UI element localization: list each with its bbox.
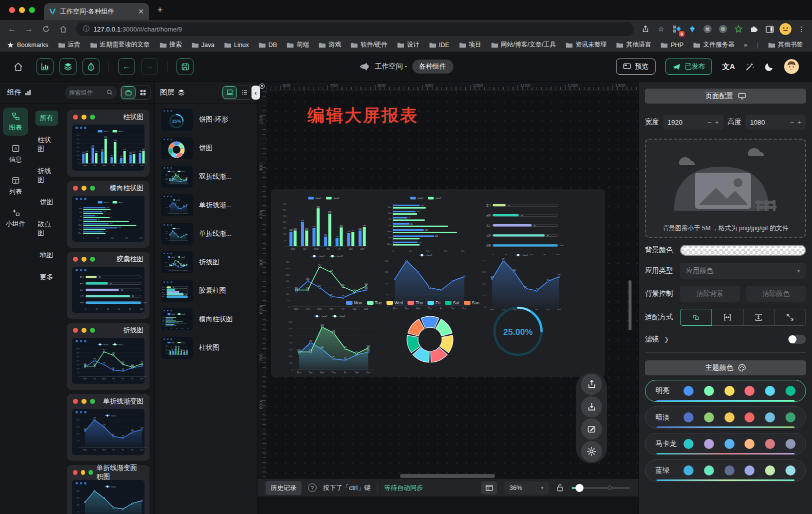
dashboard-chart-bar2[interactable]: data1data2050100150200250300350MonTueWed… [279,195,371,253]
theme-row-明亮[interactable]: 明亮 [645,380,806,402]
category-地图[interactable]: 地图 [36,248,58,263]
green-star-extension-icon[interactable] [733,24,744,34]
layer-item[interactable]: data1data2Sun130Sat110Fri70Thu80Wed150Tu… [161,308,251,330]
pie-legend-item[interactable]: Sun [464,300,480,305]
height-input[interactable] [750,119,772,126]
adapt-scale-button[interactable] [680,309,712,326]
minimize-window-button[interactable] [19,7,25,13]
dark-mode-moon-icon[interactable] [764,62,774,72]
theme-color-dot[interactable] [786,439,796,449]
page-config-header[interactable]: 页面配置 [645,89,806,104]
canvas-text-widget[interactable]: 编辑大屏报表 [308,104,418,127]
filter-toggle[interactable] [788,335,806,344]
theme-color-dot[interactable] [744,439,754,449]
charts-panel-toggle-button[interactable] [36,58,54,75]
theme-color-dot[interactable] [684,412,694,422]
collapse-panel-button[interactable]: ‹ [252,86,260,100]
dashboard-chart-area2[interactable]: data1data2050100150200250300350MonTueWed… [285,313,377,376]
dashboard-chart-donut[interactable] [406,315,454,363]
bookmarks-root[interactable]: Bookmarks [7,42,48,49]
undo-button[interactable]: ← [118,58,135,75]
layer-item[interactable]: data1data2050100150200250300350MonTueWed… [161,337,251,359]
bookmark-folder[interactable]: Java [192,41,214,49]
app-type-select[interactable]: 应用颜色 ▾ [680,263,806,279]
theme-color-dot[interactable] [744,465,754,475]
details-panel-toggle-button[interactable] [82,58,100,75]
other-bookmarks[interactable]: 其他书签 [768,41,803,49]
history-button[interactable]: 历史记录 [266,481,302,495]
theme-color-dot[interactable] [765,386,775,396]
theme-color-dot[interactable] [684,386,694,396]
theme-color-dot[interactable] [765,412,775,422]
app-home-icon[interactable] [13,62,24,72]
back-icon[interactable]: ← [5,22,19,36]
layer-item[interactable]: data1050100150200MonTueWedThuFriSatSun单折… [161,223,251,245]
theme-row-暗淡[interactable]: 暗淡 [645,406,806,428]
height-increase-button[interactable]: + [798,119,802,126]
edit-button[interactable] [581,418,602,439]
slider-handle[interactable] [576,484,584,492]
component-search[interactable] [65,86,117,99]
import-button[interactable] [581,396,602,417]
preview-button[interactable]: 预览 [616,59,656,75]
bookmark-folder[interactable]: Linux [224,41,249,49]
theme-color-dot[interactable] [724,412,734,422]
layer-item[interactable]: data1050100150200MonTueWedThuFriSatSun12… [161,194,251,216]
theme-color-dot[interactable] [684,465,694,475]
profile-avatar[interactable] [780,23,792,35]
bookmark-folder[interactable]: 游戏 [318,41,341,49]
category-柱状图[interactable]: 柱状图 [33,133,60,157]
adapt-height-button[interactable] [743,309,775,326]
dashboard-chart-line1[interactable]: data1050100150200MonTueWedThuFriSatSun12… [478,252,568,313]
category-饼图[interactable]: 饼图 [36,195,58,210]
width-decrease-button[interactable]: − [708,119,712,126]
reload-icon[interactable] [39,22,53,36]
theme-color-dot[interactable] [744,386,754,396]
settings-gear-icon[interactable] [581,441,602,462]
pie-legend-item[interactable]: Mon [346,300,362,305]
pie-legend-item[interactable]: Tue [367,300,382,305]
theme-color-header[interactable]: 主题颜色 [645,360,806,375]
component-card[interactable]: 单折线渐变图data1050100150200MonTueWedThuFriSa… [67,394,150,461]
height-decrease-button[interactable]: − [790,119,794,126]
theme-row-蓝绿[interactable]: 蓝绿 [645,459,806,481]
diamond-extension-icon[interactable] [686,24,698,34]
bookmark-folder[interactable]: 设计 [397,41,420,49]
category-所有[interactable]: 所有 [36,111,58,126]
bookmark-folder[interactable]: PHP [660,41,684,49]
share-icon[interactable] [640,24,651,34]
height-stepper[interactable]: − + [746,115,806,130]
width-stepper[interactable]: − + [663,115,724,130]
save-button[interactable] [176,58,194,75]
category-折线图[interactable]: 折线图 [33,164,60,188]
background-upload-dropzone[interactable]: 背景图需小于 5M ，格式为 png/jpg/gif 的文件 [645,139,806,238]
zoom-window-button[interactable] [29,7,35,13]
adapt-width-button[interactable] [712,309,744,326]
url-bar[interactable]: ⓘ 127.0.0.1:3000/#/chart/home/9 [76,22,634,36]
theme-color-dot[interactable] [704,386,714,396]
circle-extension-icon[interactable] [718,24,728,34]
pie-legend-item[interactable]: Wed [386,300,403,305]
user-avatar[interactable] [784,59,799,74]
dashboard-chart-capsule[interactable]: 厦门20南阳40北京60上海80新疆100020406080100 [478,197,568,256]
publish-button[interactable]: 已发布 [666,59,712,75]
layer-item[interactable]: 25%饼图-环形 [161,109,251,131]
close-window-button[interactable] [9,7,15,13]
tab-信息[interactable]: A信息 [3,140,28,168]
layer-item[interactable]: 厦门20南阳40北京60上海80新疆100020406080100胶囊柱图 [161,280,251,302]
side-panel-icon[interactable] [764,24,775,34]
detail-panel-button[interactable] [481,481,497,494]
chevron-right-icon[interactable]: ❯ [664,336,669,343]
layer-thumbnail-toggle[interactable] [222,86,237,99]
layers-panel-toggle-button[interactable] [60,58,76,75]
pie-legend-item[interactable]: Thu [408,300,423,305]
component-card[interactable]: 柱状图data1data2050100150200250300350MonTue… [67,110,150,177]
language-icon[interactable]: 文A [722,62,735,72]
bookmarks-overflow[interactable]: » [744,42,748,49]
magic-wand-ic[interactable] [745,62,754,72]
theme-color-dot[interactable] [765,439,775,449]
layer-list-toggle[interactable] [237,86,252,99]
command-extension-icon[interactable]: ⌘ [702,24,713,34]
tab-小组件[interactable]: 小组件 [3,204,28,232]
theme-color-dot[interactable] [704,439,714,449]
